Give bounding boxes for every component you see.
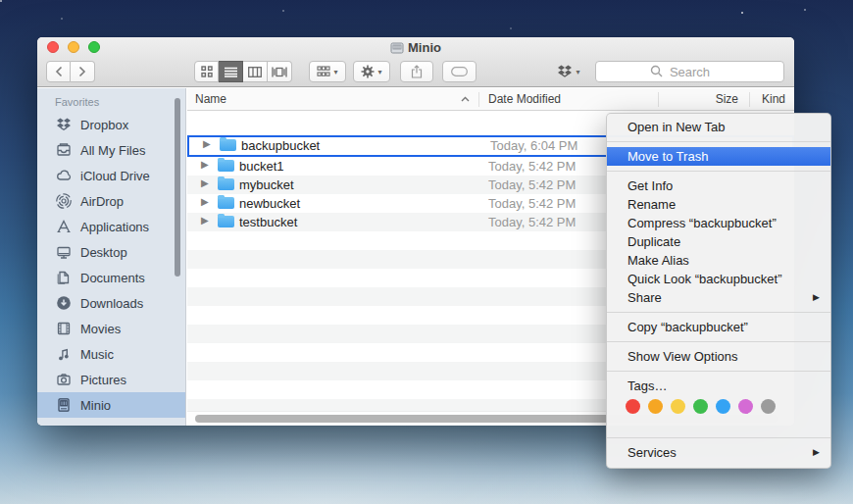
sidebar-item-applications[interactable]: Applications xyxy=(37,214,185,239)
menu-separator xyxy=(607,141,830,142)
menu-item-share[interactable]: Share ▶ xyxy=(607,288,830,307)
file-date: Today, 5:42 PM xyxy=(488,159,576,174)
sort-ascending-icon xyxy=(461,96,470,102)
column-view-icon xyxy=(248,67,262,77)
tag-blue[interactable] xyxy=(716,399,730,414)
folder-icon xyxy=(220,139,236,151)
sidebar-item-label: AirDrop xyxy=(80,194,124,209)
back-button[interactable] xyxy=(46,61,71,82)
sidebar-list: Dropbox All My Files iCloud Drive AirDro… xyxy=(37,112,185,418)
list-view-icon xyxy=(225,67,237,77)
view-switcher xyxy=(194,61,292,82)
sidebar-item-documents[interactable]: Documents xyxy=(37,265,185,290)
arrange-button[interactable]: ▾ xyxy=(309,61,346,82)
tag-purple[interactable] xyxy=(738,399,753,414)
disclosure-triangle-icon[interactable]: ▶ xyxy=(201,196,209,207)
sidebar-item-minio[interactable]: Minio xyxy=(37,392,185,418)
dropbox-icon xyxy=(55,116,73,133)
sidebar-item-label: Dropbox xyxy=(80,118,128,132)
menu-item-services[interactable]: Services ▶ xyxy=(607,443,830,462)
action-button[interactable]: ▾ xyxy=(353,61,390,82)
forward-button[interactable] xyxy=(71,61,95,82)
column-header-date-modified[interactable]: Date Modified xyxy=(488,92,561,106)
column-view-button[interactable] xyxy=(243,61,268,82)
column-header-kind[interactable]: Kind xyxy=(762,92,785,106)
sidebar-item-desktop[interactable]: Desktop xyxy=(37,239,185,265)
menu-item-duplicate[interactable]: Duplicate xyxy=(607,232,830,251)
downloads-icon xyxy=(55,294,73,312)
dropbox-menu-button[interactable]: ▾ xyxy=(549,61,588,82)
menu-item-tags[interactable]: Tags… xyxy=(607,377,830,395)
menu-item-get-info[interactable]: Get Info xyxy=(607,176,830,195)
menu-item-open-in-new-tab[interactable]: Open in New Tab xyxy=(607,118,830,136)
menu-separator xyxy=(607,171,830,172)
search-input[interactable] xyxy=(595,61,784,82)
file-name: bucket1 xyxy=(239,159,284,174)
sidebar-item-label: Documents xyxy=(80,271,145,285)
tag-orange[interactable] xyxy=(648,399,663,414)
chevron-down-icon: ▾ xyxy=(377,68,381,76)
file-name: testbucket xyxy=(239,215,297,229)
menu-item-move-to-trash[interactable]: Move to Trash xyxy=(607,147,830,166)
menu-separator xyxy=(607,312,830,313)
tag-color-row xyxy=(607,395,830,417)
volume-icon xyxy=(390,42,404,54)
tag-icon xyxy=(451,67,468,76)
menu-separator xyxy=(607,437,830,438)
chevron-down-icon: ▾ xyxy=(333,68,337,76)
sidebar-section-label: Favorites xyxy=(55,96,99,108)
search-field-wrap xyxy=(595,61,784,82)
sidebar-item-all-my-files[interactable]: All My Files xyxy=(37,137,185,163)
sidebar: Favorites Dropbox All My Files iCloud Dr… xyxy=(37,88,186,426)
gear-icon xyxy=(361,65,375,78)
tag-red[interactable] xyxy=(626,399,640,414)
tag-yellow[interactable] xyxy=(671,399,685,414)
file-name: newbucket xyxy=(239,196,300,211)
icon-view-button[interactable] xyxy=(194,61,219,82)
menu-item-compress[interactable]: Compress “backupbucket” xyxy=(607,214,830,232)
sidebar-item-music[interactable]: Music xyxy=(37,341,185,367)
column-header-size[interactable]: Size xyxy=(658,92,738,106)
menu-item-copy[interactable]: Copy “backupbucket” xyxy=(607,318,830,336)
menu-spacer xyxy=(607,417,830,432)
menu-item-show-view-options[interactable]: Show View Options xyxy=(607,347,830,366)
airdrop-icon xyxy=(55,192,73,210)
tag-button[interactable] xyxy=(442,61,477,82)
sidebar-item-label: iCloud Drive xyxy=(80,169,150,183)
column-divider xyxy=(749,92,750,107)
music-icon xyxy=(55,345,73,363)
sidebar-item-pictures[interactable]: Pictures xyxy=(37,367,185,392)
list-header: Name Date Modified Size Kind xyxy=(187,88,794,111)
tag-gray[interactable] xyxy=(761,399,776,414)
disclosure-triangle-icon[interactable]: ▶ xyxy=(201,215,209,226)
disclosure-triangle-icon[interactable]: ▶ xyxy=(201,177,209,188)
share-button[interactable] xyxy=(400,61,433,82)
sidebar-item-airdrop[interactable]: AirDrop xyxy=(37,188,185,214)
disclosure-triangle-icon[interactable]: ▶ xyxy=(201,159,209,170)
folder-icon xyxy=(218,216,234,227)
sidebar-item-downloads[interactable]: Downloads xyxy=(37,290,185,316)
icloud-icon xyxy=(55,167,73,184)
sidebar-scrollbar[interactable] xyxy=(175,98,180,277)
share-icon xyxy=(411,65,423,78)
tag-green[interactable] xyxy=(693,399,708,414)
all-my-files-icon xyxy=(55,141,73,159)
column-divider xyxy=(478,92,479,107)
sidebar-item-label: Music xyxy=(80,347,114,362)
disclosure-triangle-icon[interactable]: ▶ xyxy=(203,138,211,149)
sidebar-item-dropbox[interactable]: Dropbox xyxy=(37,112,185,137)
list-view-button[interactable] xyxy=(219,61,243,82)
menu-item-make-alias[interactable]: Make Alias xyxy=(607,251,830,270)
movies-icon xyxy=(55,320,73,337)
file-date: Today, 5:42 PM xyxy=(488,177,576,192)
minio-drive-icon xyxy=(55,396,73,414)
menu-item-quick-look[interactable]: Quick Look “backupbucket” xyxy=(607,270,830,288)
sidebar-item-label: Applications xyxy=(80,220,149,234)
sidebar-item-movies[interactable]: Movies xyxy=(37,316,185,341)
context-menu: Open in New Tab Move to Trash Get Info R… xyxy=(606,113,831,469)
sidebar-item-icloud-drive[interactable]: iCloud Drive xyxy=(37,163,185,188)
sidebar-item-label: Downloads xyxy=(80,296,143,311)
column-header-name[interactable]: Name xyxy=(195,92,226,106)
coverflow-view-button[interactable] xyxy=(268,61,292,82)
menu-item-rename[interactable]: Rename xyxy=(607,195,830,214)
